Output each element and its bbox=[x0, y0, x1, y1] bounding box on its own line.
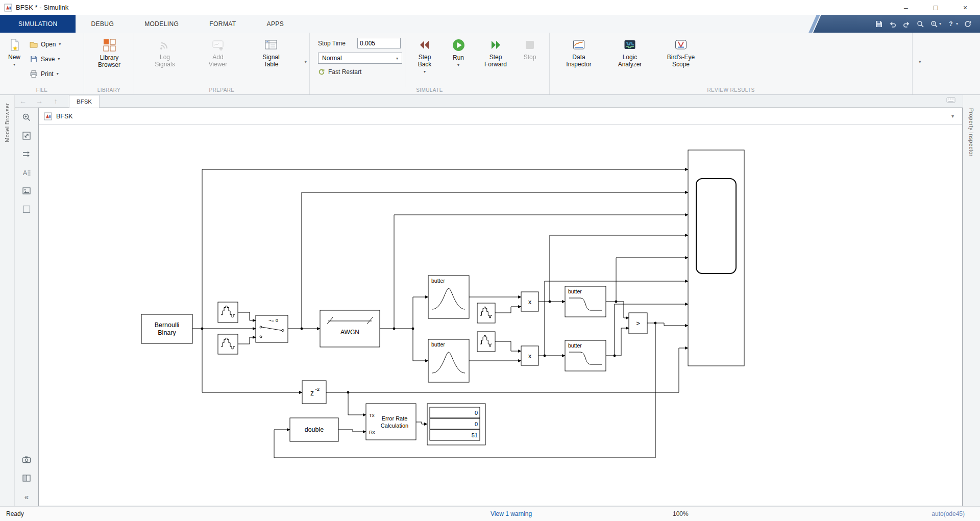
document-tab-bfsk[interactable]: BFSK bbox=[69, 95, 100, 108]
status-ready: Ready bbox=[6, 510, 24, 517]
block-double[interactable]: double bbox=[290, 418, 338, 441]
find-in-model-icon[interactable]: ▾ bbox=[930, 20, 941, 28]
tab-apps[interactable]: APPS bbox=[252, 15, 300, 33]
new-button[interactable]: ★ New ▾ bbox=[2, 36, 27, 87]
collapse-palette-icon[interactable]: « bbox=[21, 491, 32, 502]
signal-line[interactable] bbox=[413, 297, 428, 329]
run-button[interactable]: Run ▾ bbox=[444, 36, 473, 87]
block-bernoulli[interactable]: BernoulliBinary bbox=[141, 314, 192, 343]
block-sine-top[interactable] bbox=[218, 302, 238, 322]
keyboard-shortcuts-icon[interactable] bbox=[946, 96, 955, 106]
simulation-mode-select[interactable]: Normal ▾ bbox=[318, 53, 402, 64]
close-button[interactable]: × bbox=[950, 0, 980, 15]
viewmark-camera-icon[interactable] bbox=[21, 454, 32, 465]
tab-simulation[interactable]: SIMULATION bbox=[0, 15, 76, 33]
navigate-forward-icon[interactable]: → bbox=[31, 97, 47, 105]
step-back-button[interactable]: Step Back ▾ bbox=[409, 36, 440, 87]
block-product-top[interactable]: x bbox=[521, 292, 538, 311]
prepare-gallery-caret-icon[interactable]: ▾ bbox=[304, 59, 307, 64]
stop-time-input[interactable] bbox=[357, 38, 401, 48]
block-scope[interactable] bbox=[688, 150, 744, 366]
block-product-bottom[interactable]: x bbox=[521, 346, 538, 365]
model-canvas[interactable]: BernoulliBinary~= 0AWGNbutterbutterxxbut… bbox=[39, 125, 962, 506]
simulink-app-icon bbox=[4, 4, 12, 12]
model-browser-label: Model Browser bbox=[4, 103, 10, 142]
search-icon[interactable] bbox=[916, 20, 924, 28]
open-caret-icon[interactable]: ▾ bbox=[59, 42, 61, 46]
signal-line[interactable] bbox=[495, 341, 521, 351]
signal-line[interactable] bbox=[338, 430, 366, 432]
open-button[interactable]: Open ▾ bbox=[30, 37, 61, 52]
signal-line[interactable] bbox=[238, 337, 256, 344]
fast-restart-toggle[interactable]: Fast Restart bbox=[318, 68, 361, 76]
block-comparator[interactable]: > bbox=[629, 313, 647, 334]
status-solver-link[interactable]: auto(ode45) bbox=[932, 510, 965, 517]
image-icon[interactable] bbox=[21, 185, 32, 196]
signal-line[interactable] bbox=[413, 329, 428, 361]
save-caret-icon[interactable]: ▾ bbox=[58, 57, 60, 61]
find-caret-icon[interactable]: ▾ bbox=[939, 22, 941, 26]
signal-line[interactable] bbox=[647, 323, 688, 326]
breadcrumb-model-name[interactable]: BFSK bbox=[56, 113, 73, 120]
navigate-up-icon[interactable]: ↑ bbox=[47, 97, 64, 105]
step-back-caret-icon[interactable]: ▾ bbox=[424, 70, 426, 73]
help-caret-icon[interactable]: ▾ bbox=[956, 22, 958, 26]
fit-to-view-icon[interactable] bbox=[21, 130, 32, 141]
annotation-icon[interactable]: A bbox=[21, 167, 32, 178]
property-inspector-strip[interactable]: Property Inspector bbox=[963, 95, 980, 506]
block-switch[interactable]: ~= 0 bbox=[256, 315, 288, 342]
tab-format[interactable]: FORMAT bbox=[194, 15, 251, 33]
tab-debug[interactable]: DEBUG bbox=[76, 15, 129, 33]
run-caret-icon[interactable]: ▾ bbox=[457, 63, 459, 67]
signal-line[interactable] bbox=[606, 328, 629, 356]
signal-line[interactable] bbox=[495, 307, 521, 313]
block-carrier-bottom[interactable] bbox=[477, 332, 495, 352]
step-forward-button[interactable]: Step Forward bbox=[479, 36, 512, 87]
signal-table-button[interactable]: Signal Table bbox=[247, 36, 296, 87]
block-bandpass-bottom[interactable]: butter bbox=[428, 339, 469, 382]
block-carrier-top[interactable] bbox=[477, 303, 495, 323]
signal-line[interactable] bbox=[416, 422, 427, 424]
signal-line[interactable] bbox=[615, 304, 688, 356]
toolstrip-tab-bar: SIMULATION DEBUG MODELING FORMAT APPS ▾ … bbox=[0, 15, 980, 33]
community-icon[interactable] bbox=[964, 20, 972, 28]
signal-line[interactable] bbox=[238, 312, 256, 320]
block-bandpass-top[interactable]: butter bbox=[428, 276, 469, 318]
split-layout-icon[interactable] bbox=[21, 473, 32, 484]
svg-text:?: ? bbox=[949, 20, 952, 28]
status-warning-link[interactable]: View 1 warning bbox=[491, 510, 532, 517]
block-delay[interactable]: z-2 bbox=[302, 381, 326, 404]
save-button[interactable]: Save ▾ bbox=[30, 52, 61, 66]
block-lowpass-bottom[interactable]: butter bbox=[565, 340, 606, 371]
block-sine-bottom[interactable] bbox=[218, 334, 238, 354]
block-display[interactable]: 0051 bbox=[427, 404, 485, 445]
block-lowpass-top[interactable]: butter bbox=[565, 286, 606, 317]
block-error-rate[interactable]: TxRxError RateCalculation bbox=[366, 404, 416, 440]
quick-save-icon[interactable] bbox=[875, 20, 883, 28]
ribbon-expand-caret-icon[interactable]: ▾ bbox=[919, 59, 921, 64]
run-label: Run bbox=[453, 54, 464, 61]
redo-icon[interactable] bbox=[902, 20, 911, 28]
navigate-back-icon[interactable]: ← bbox=[15, 97, 31, 105]
signal-line[interactable] bbox=[348, 392, 366, 415]
help-icon[interactable]: ?▾ bbox=[947, 20, 958, 28]
data-inspector-button[interactable]: Data Inspector bbox=[556, 36, 601, 87]
signal-line[interactable] bbox=[348, 348, 688, 392]
print-caret-icon[interactable]: ▾ bbox=[57, 72, 59, 76]
print-button[interactable]: Print ▾ bbox=[30, 66, 61, 81]
birds-eye-scope-button[interactable]: Bird's-Eye Scope bbox=[656, 36, 705, 87]
area-box-icon[interactable] bbox=[21, 204, 32, 215]
undo-icon[interactable] bbox=[889, 20, 897, 28]
new-caret-icon[interactable]: ▾ bbox=[13, 63, 15, 66]
block-awgn[interactable]: AWGN bbox=[320, 310, 380, 347]
model-browser-strip[interactable]: Model Browser bbox=[0, 95, 15, 506]
tab-modeling[interactable]: MODELING bbox=[129, 15, 194, 33]
breadcrumb-caret-icon[interactable]: ▾ bbox=[951, 113, 957, 119]
signal-line[interactable] bbox=[616, 258, 688, 302]
minimize-button[interactable]: – bbox=[891, 0, 921, 15]
maximize-button[interactable]: □ bbox=[921, 0, 950, 15]
logic-analyzer-button[interactable]: Logic Analyzer bbox=[607, 36, 652, 87]
library-browser-button[interactable]: Library Browser bbox=[87, 36, 132, 87]
pan-icon[interactable] bbox=[21, 148, 32, 160]
zoom-in-icon[interactable] bbox=[21, 112, 32, 123]
